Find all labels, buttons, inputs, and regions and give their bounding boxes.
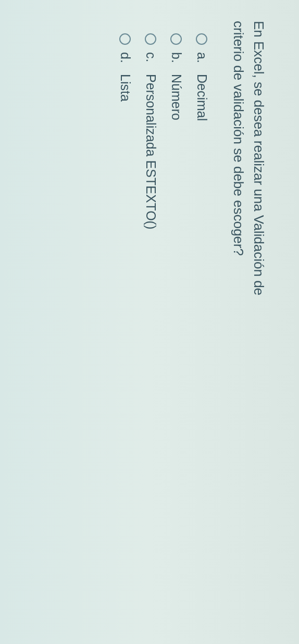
option-letter: a.: [194, 52, 209, 67]
option-b[interactable]: b. Número: [169, 33, 184, 299]
option-label: Personalizada ESTEXTO(): [143, 74, 158, 229]
option-a[interactable]: a. Decimal: [194, 33, 209, 299]
option-label: Número: [169, 74, 184, 120]
option-label: Lista: [118, 74, 133, 102]
radio-c[interactable]: [145, 33, 157, 45]
option-letter: d.: [118, 52, 133, 67]
options-group: a. Decimal b. Número c. Personalizada ES…: [118, 33, 209, 299]
radio-b[interactable]: [171, 33, 182, 45]
option-label: Decimal: [194, 74, 209, 121]
option-c[interactable]: c. Personalizada ESTEXTO(): [143, 33, 158, 299]
option-letter: c.: [143, 52, 158, 67]
quiz-page: ↖ En Excel, se desea realizar una Valida…: [0, 0, 299, 299]
option-letter: b.: [169, 52, 184, 67]
question-text: En Excel, se desea realizar una Validaci…: [228, 21, 269, 299]
radio-d[interactable]: [120, 33, 131, 45]
option-d[interactable]: d. Lista: [118, 33, 133, 299]
radio-a[interactable]: [196, 33, 208, 45]
